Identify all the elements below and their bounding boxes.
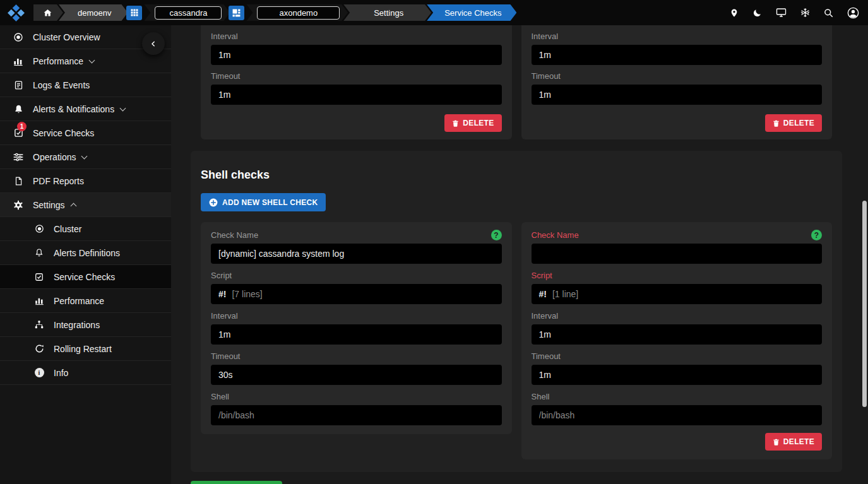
delete-button-label: DELETE xyxy=(463,119,494,127)
shell-input[interactable] xyxy=(211,405,502,425)
bar-chart-icon xyxy=(11,56,26,66)
shell-checks-title: Shell checks xyxy=(201,167,832,182)
cluster-type-pill[interactable]: cassandra xyxy=(155,6,222,20)
help-icon[interactable]: ? xyxy=(491,230,502,240)
sidebar-item-settings[interactable]: Settings xyxy=(0,193,171,217)
user-avatar-icon[interactable] xyxy=(847,7,859,19)
check-name-input[interactable] xyxy=(532,244,823,264)
scrollbar[interactable] xyxy=(861,25,868,484)
submenu-item-integrations[interactable]: Integrations xyxy=(0,313,171,337)
dashboard-grid-icon[interactable] xyxy=(229,6,244,20)
breadcrumb-service-checks[interactable]: Service Checks xyxy=(427,4,516,21)
apps-grid-icon[interactable] xyxy=(126,6,142,20)
save-changes-button[interactable]: SAVE CHANGES xyxy=(191,481,282,484)
breadcrumb-cluster-type: cassandra xyxy=(144,4,230,21)
timeout-label: Timeout xyxy=(532,351,561,361)
shell-input[interactable] xyxy=(532,405,823,425)
breadcrumb: demoenv cassandra axondemo Settings Serv… xyxy=(33,4,516,21)
timeout-input[interactable] xyxy=(211,365,502,385)
shell-check-card: Check Name ? Script #! [7 lines] Interva… xyxy=(201,222,512,434)
shell-label: Shell xyxy=(532,392,550,401)
submenu-item-alerts-definitions[interactable]: Alerts Definitions xyxy=(0,241,171,265)
service-check-card: Interval Timeout DELETE xyxy=(521,25,833,139)
timeout-label: Timeout xyxy=(211,71,502,81)
sidebar-item-logs-events[interactable]: Logs & Events xyxy=(0,73,171,97)
restart-arrow-icon xyxy=(33,344,45,353)
axonops-logo[interactable] xyxy=(8,4,25,21)
bell-icon xyxy=(33,248,45,257)
sidebar-item-pdf-reports[interactable]: PDF Reports xyxy=(0,169,171,193)
dark-mode-moon-icon[interactable] xyxy=(752,8,762,18)
shell-checks-row: Check Name ? Script #! [7 lines] Interva… xyxy=(201,222,832,459)
sliders-icon xyxy=(11,153,26,162)
sidebar-item-alerts-notifications[interactable]: Alerts & Notifications xyxy=(0,97,171,121)
timeout-input[interactable] xyxy=(532,85,823,105)
submenu-item-info[interactable]: i Info xyxy=(0,361,171,385)
check-name-input[interactable] xyxy=(211,244,502,264)
submenu-item-label: Service Checks xyxy=(54,272,115,282)
interval-label: Interval xyxy=(211,311,238,321)
breadcrumb-environment[interactable]: demoenv xyxy=(59,4,128,21)
breadcrumb-service-checks-label: Service Checks xyxy=(444,8,501,18)
sidebar-item-service-checks[interactable]: 1 Service Checks xyxy=(0,121,171,145)
timeout-input[interactable] xyxy=(532,365,823,385)
script-input[interactable]: #! [1 line] xyxy=(532,284,823,304)
submenu-item-performance[interactable]: Performance xyxy=(0,289,171,313)
location-pin-icon[interactable] xyxy=(730,8,739,18)
submenu-item-cluster[interactable]: Cluster xyxy=(0,217,171,241)
settings-submenu: Cluster Alerts Definitions Service Check… xyxy=(0,217,171,385)
script-input[interactable]: #! [7 lines] xyxy=(211,284,502,304)
breadcrumb-cluster: axondemo xyxy=(246,4,348,21)
document-icon xyxy=(11,80,26,90)
sitemap-icon xyxy=(33,320,45,329)
home-icon xyxy=(43,8,52,18)
script-line-count: [7 lines] xyxy=(232,289,262,299)
sidebar-item-performance[interactable]: Performance xyxy=(0,49,171,73)
sidebar-item-label: Settings xyxy=(33,200,65,210)
breadcrumb-environment-label: demoenv xyxy=(78,8,111,18)
timeout-label: Timeout xyxy=(211,351,240,361)
snowflake-icon[interactable] xyxy=(800,8,810,18)
delete-button-label: DELETE xyxy=(783,437,814,446)
delete-check-button[interactable]: DELETE xyxy=(765,433,822,451)
delete-check-button[interactable]: DELETE xyxy=(765,114,822,132)
help-icon[interactable]: ? xyxy=(811,230,822,240)
sidebar-collapse-button[interactable] xyxy=(142,32,165,55)
submenu-item-label: Rolling Restart xyxy=(54,344,112,354)
check-name-label-error: Check Name xyxy=(532,230,579,240)
delete-check-button[interactable]: DELETE xyxy=(444,114,501,132)
interval-input[interactable] xyxy=(211,324,502,345)
sidebar-item-operations[interactable]: Operations xyxy=(0,145,171,169)
shell-check-card: Check Name ? Script #! [1 line] Interval… xyxy=(521,222,833,459)
search-icon[interactable] xyxy=(824,8,833,18)
sidebar-item-label: Operations xyxy=(33,152,76,162)
bar-chart-icon xyxy=(33,296,45,305)
add-shell-check-button[interactable]: ADD NEW SHELL CHECK xyxy=(201,193,326,211)
breadcrumb-settings[interactable]: Settings xyxy=(343,4,431,21)
script-line-count: [1 line] xyxy=(552,289,578,299)
submenu-item-service-checks[interactable]: Service Checks xyxy=(0,265,171,289)
scrollbar-thumb[interactable] xyxy=(862,201,867,407)
interval-input[interactable] xyxy=(532,324,823,345)
interval-input[interactable] xyxy=(211,45,502,65)
submenu-item-rolling-restart[interactable]: Rolling Restart xyxy=(0,337,171,361)
submenu-item-label: Integrations xyxy=(54,320,100,330)
monitor-icon[interactable] xyxy=(776,8,787,18)
timeout-input[interactable] xyxy=(211,85,502,105)
interval-label: Interval xyxy=(532,311,559,321)
bell-icon xyxy=(11,104,26,114)
axonops-logo-icon xyxy=(8,4,25,21)
interval-label: Interval xyxy=(211,32,502,41)
main-content: Interval Timeout DELETE Interval Timeout xyxy=(171,25,868,484)
shell-checks-panel: Shell checks ADD NEW SHELL CHECK Check N… xyxy=(191,151,842,472)
interval-input[interactable] xyxy=(532,45,823,65)
sidebar-item-label: Logs & Events xyxy=(33,80,90,90)
submenu-item-label: Performance xyxy=(54,296,104,306)
cluster-pill[interactable]: axondemo xyxy=(257,6,340,20)
delete-button-label: DELETE xyxy=(783,119,814,127)
breadcrumb-home[interactable] xyxy=(33,4,63,21)
shebang-glyph: #! xyxy=(218,289,226,299)
sidebar-item-label: Service Checks xyxy=(33,128,94,138)
submenu-item-label: Alerts Definitions xyxy=(54,248,120,258)
chevron-up-icon xyxy=(70,203,76,210)
